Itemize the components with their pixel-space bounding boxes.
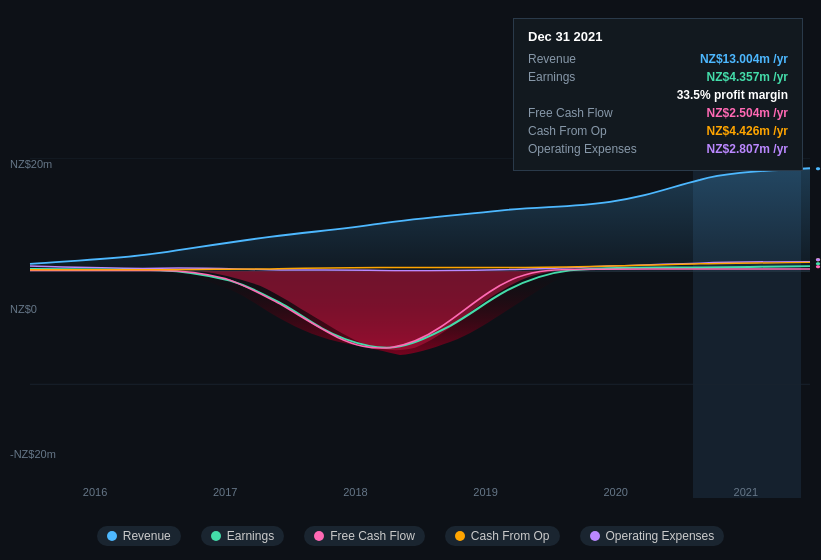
tooltip-cashfromop-value: NZ$4.426m /yr [707,124,788,138]
x-label-2019: 2019 [473,486,497,498]
tooltip-profit-margin-row: 33.5% profit margin [528,88,788,102]
legend-revenue-label: Revenue [123,529,171,543]
tooltip-opex-row: Operating Expenses NZ$2.807m /yr [528,142,788,156]
svg-text:●: ● [815,164,821,172]
tooltip-opex-value: NZ$2.807m /yr [707,142,788,156]
tooltip-earnings-value: NZ$4.357m /yr [707,70,788,84]
x-label-2017: 2017 [213,486,237,498]
tooltip-earnings-label: Earnings [528,70,658,84]
legend-fcf[interactable]: Free Cash Flow [304,526,425,546]
tooltip-profit-margin-value: 33.5% profit margin [677,88,788,102]
tooltip-fcf-row: Free Cash Flow NZ$2.504m /yr [528,106,788,120]
x-axis-labels: 2016 2017 2018 2019 2020 2021 [30,486,811,498]
chart-legend: Revenue Earnings Free Cash Flow Cash Fro… [0,526,821,546]
svg-text:●: ● [815,255,821,263]
data-tooltip: Dec 31 2021 Revenue NZ$13.004m /yr Earni… [513,18,803,171]
tooltip-revenue-row: Revenue NZ$13.004m /yr [528,52,788,66]
legend-earnings-dot [211,531,221,541]
tooltip-cashfromop-label: Cash From Op [528,124,658,138]
tooltip-revenue-value: NZ$13.004m /yr [700,52,788,66]
x-label-2018: 2018 [343,486,367,498]
tooltip-fcf-label: Free Cash Flow [528,106,658,120]
legend-opex-label: Operating Expenses [606,529,715,543]
legend-opex-dot [590,531,600,541]
tooltip-fcf-value: NZ$2.504m /yr [707,106,788,120]
chart-svg: ● ● ● ● ● [0,158,821,450]
legend-fcf-dot [314,531,324,541]
tooltip-cashfromop-row: Cash From Op NZ$4.426m /yr [528,124,788,138]
x-label-2021: 2021 [734,486,758,498]
legend-earnings-label: Earnings [227,529,274,543]
legend-revenue[interactable]: Revenue [97,526,181,546]
tooltip-date: Dec 31 2021 [528,29,788,44]
tooltip-earnings-row: Earnings NZ$4.357m /yr [528,70,788,84]
legend-earnings[interactable]: Earnings [201,526,284,546]
legend-revenue-dot [107,531,117,541]
legend-opex[interactable]: Operating Expenses [580,526,725,546]
legend-cashfromop[interactable]: Cash From Op [445,526,560,546]
x-label-2020: 2020 [603,486,627,498]
legend-cashfromop-dot [455,531,465,541]
legend-cashfromop-label: Cash From Op [471,529,550,543]
legend-fcf-label: Free Cash Flow [330,529,415,543]
tooltip-opex-label: Operating Expenses [528,142,658,156]
x-label-2016: 2016 [83,486,107,498]
tooltip-revenue-label: Revenue [528,52,658,66]
